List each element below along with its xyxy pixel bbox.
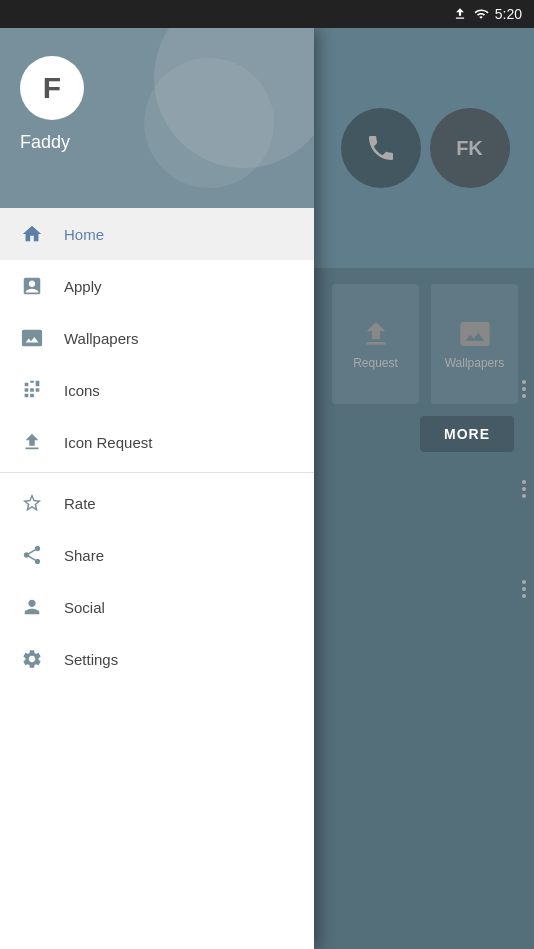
navigation-drawer: F Faddy Home Apply	[0, 28, 314, 949]
share-icon	[20, 543, 44, 567]
grid-row-top: Request Wallpapers	[332, 284, 518, 404]
sidebar-item-wallpapers-label: Wallpapers	[64, 330, 138, 347]
fk-icon-circle[interactable]: FK	[430, 108, 510, 188]
status-bar: 5:20	[0, 0, 534, 28]
upload-icon	[360, 318, 392, 350]
sidebar-item-home-label: Home	[64, 226, 104, 243]
right-panel-icons: FK	[316, 28, 534, 268]
more-button[interactable]: MORE	[420, 416, 514, 452]
grid-card-request[interactable]: Request	[332, 284, 419, 404]
avatar[interactable]: F	[20, 56, 84, 120]
home-icon	[20, 222, 44, 246]
phone-icon-circle[interactable]	[341, 108, 421, 188]
more-button-container: MORE	[332, 416, 518, 452]
sidebar-item-social-label: Social	[64, 599, 105, 616]
download-icon	[453, 7, 467, 21]
grid-label-request: Request	[353, 356, 398, 370]
grid-area: Request Wallpapers MORE	[316, 268, 534, 949]
social-icon	[20, 595, 44, 619]
drawer-header: F Faddy	[0, 28, 314, 208]
grid-label-wallpapers: Wallpapers	[445, 356, 505, 370]
drawer-circle-2	[144, 58, 274, 188]
sidebar-item-icon-request[interactable]: Icon Request	[0, 416, 314, 468]
wallpapers-icon	[20, 326, 44, 350]
sidebar-item-share-label: Share	[64, 547, 104, 564]
avatar-letter: F	[43, 71, 61, 105]
sidebar-item-icons[interactable]: Icons	[0, 364, 314, 416]
sidebar-item-wallpapers[interactable]: Wallpapers	[0, 312, 314, 364]
drawer-username: Faddy	[20, 132, 294, 153]
menu-divider	[0, 472, 314, 473]
sidebar-item-rate-label: Rate	[64, 495, 96, 512]
settings-icon	[20, 647, 44, 671]
sidebar-item-icon-request-label: Icon Request	[64, 434, 152, 451]
sidebar-item-social[interactable]: Social	[0, 581, 314, 633]
icon-request-icon	[20, 430, 44, 454]
sidebar-item-apply-label: Apply	[64, 278, 102, 295]
sidebar-item-icons-label: Icons	[64, 382, 100, 399]
sidebar-item-rate[interactable]: Rate	[0, 477, 314, 529]
sidebar-item-settings-label: Settings	[64, 651, 118, 668]
status-time: 5:20	[495, 6, 522, 22]
sidebar-item-home[interactable]: Home	[0, 208, 314, 260]
drawer-menu: Home Apply Wallpapers	[0, 208, 314, 949]
wifi-icon	[473, 7, 489, 21]
apply-icon	[20, 274, 44, 298]
fk-label: FK	[456, 137, 483, 160]
sidebar-item-share[interactable]: Share	[0, 529, 314, 581]
rate-icon	[20, 491, 44, 515]
image-icon	[459, 318, 491, 350]
icons-icon	[20, 378, 44, 402]
sidebar-item-settings[interactable]: Settings	[0, 633, 314, 685]
sidebar-item-apply[interactable]: Apply	[0, 260, 314, 312]
grid-card-wallpapers[interactable]: Wallpapers	[431, 284, 518, 404]
